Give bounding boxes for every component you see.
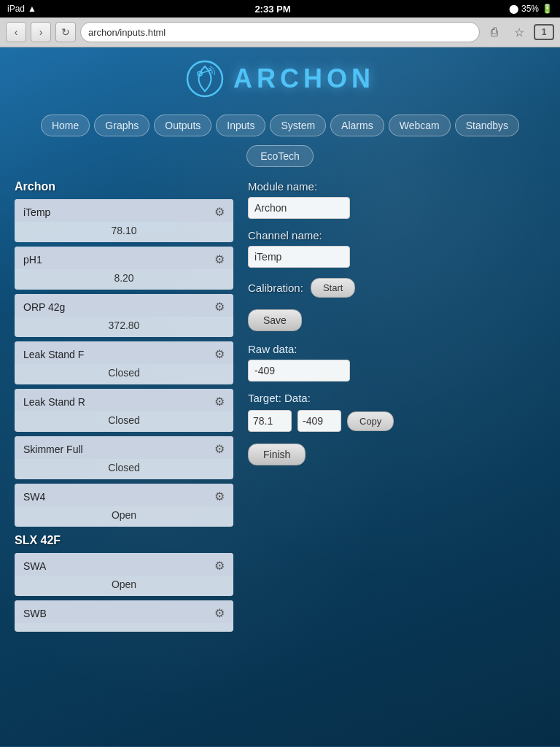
start-button[interactable]: Start [311, 278, 355, 298]
logo-text: ARCHON [233, 63, 375, 94]
battery-icon: 🔋 [542, 4, 553, 14]
input-name-leakr: Leak Stand R [23, 396, 85, 408]
input-value-skimmer: Closed [15, 459, 233, 479]
input-name-itemp: iTemp [23, 206, 50, 218]
calibration-label: Calibration: [248, 282, 303, 294]
input-value-leakf: Closed [15, 364, 233, 384]
gear-icon-itemp[interactable]: ⚙ [214, 205, 225, 219]
nav-bar: Home Graphs Outputs Inputs System Alarms… [0, 109, 560, 142]
bookmark-button[interactable]: ☆ [509, 22, 529, 42]
input-name-leakf: Leak Stand F [23, 349, 84, 360]
module-name-label: Module name: [248, 180, 545, 193]
gear-icon-orp[interactable]: ⚙ [214, 300, 225, 314]
input-group-swb: SWB ⚙ [15, 600, 233, 632]
nav-standbys[interactable]: Standbys [455, 115, 519, 136]
data-input[interactable] [298, 410, 341, 432]
raw-data-label: Raw data: [248, 343, 545, 355]
gear-icon-ph1[interactable]: ⚙ [214, 252, 225, 266]
nav-inputs[interactable]: Inputs [216, 115, 265, 136]
wifi-icon: ▲ [28, 4, 36, 14]
input-name-orp: ORP 42g [23, 301, 65, 313]
sub-nav-bar: EcoTech [0, 142, 560, 173]
calibration-row: Calibration: Start [248, 278, 545, 298]
right-panel: Module name: Channel name: Calibration: … [248, 180, 545, 636]
input-value-itemp: 78.10 [15, 222, 233, 242]
target-data-label: Target: Data: [248, 392, 545, 404]
gear-icon-swb[interactable]: ⚙ [214, 606, 225, 620]
input-group-ph1: pH1 ⚙ 8.20 [15, 247, 233, 290]
input-name-sw4: SW4 [23, 491, 45, 503]
left-panel: Archon iTemp ⚙ 78.10 pH1 ⚙ 8.20 [15, 180, 233, 636]
gear-icon-leakr[interactable]: ⚙ [214, 395, 225, 409]
target-data-row: Copy [248, 410, 545, 432]
status-bar: iPad ▲ 2:33 PM ⬤ 35% 🔋 [0, 0, 560, 18]
nav-graphs[interactable]: Graphs [94, 115, 149, 136]
module-name-input[interactable] [248, 197, 350, 219]
input-group-sw4: SW4 ⚙ Open [15, 484, 233, 527]
input-value-orp: 372.80 [15, 317, 233, 337]
url-bar[interactable]: archon/inputs.html [80, 22, 480, 42]
page-background: ARCHON Home Graphs Outputs Inputs System… [0, 47, 560, 746]
raw-data-input[interactable] [248, 360, 350, 382]
forward-button[interactable]: › [31, 22, 51, 42]
input-value-leakr: Closed [15, 411, 233, 432]
time-display: 2:33 PM [254, 4, 290, 15]
input-name-swa: SWA [23, 560, 46, 572]
input-value-swa: Open [15, 576, 233, 596]
input-name-ph1: pH1 [23, 254, 42, 266]
section1-title: Archon [15, 180, 233, 193]
copy-button[interactable]: Copy [347, 411, 394, 431]
nav-outputs[interactable]: Outputs [154, 115, 211, 136]
input-value-sw4: Open [15, 506, 233, 527]
gear-icon-sw4[interactable]: ⚙ [214, 489, 225, 503]
reload-button[interactable]: ↻ [55, 22, 76, 42]
browser-chrome: ‹ › ↻ archon/inputs.html ⎙ ☆ 1 [0, 18, 560, 47]
input-group-orp: ORP 42g ⚙ 372.80 [15, 294, 233, 337]
channel-name-input[interactable] [248, 246, 350, 268]
gear-icon-skimmer[interactable]: ⚙ [214, 442, 225, 456]
nav-home[interactable]: Home [41, 115, 90, 136]
back-button[interactable]: ‹ [6, 22, 26, 42]
bluetooth-icon: ⬤ [509, 4, 518, 14]
gear-icon-swa[interactable]: ⚙ [214, 559, 225, 573]
input-group-itemp: iTemp ⚙ 78.10 [15, 199, 233, 242]
nav-alarms[interactable]: Alarms [330, 115, 384, 136]
input-group-swa: SWA ⚙ Open [15, 553, 233, 596]
finish-button[interactable]: Finish [248, 444, 306, 465]
nav-ecotech[interactable]: EcoTech [246, 145, 314, 167]
nav-system[interactable]: System [270, 115, 326, 136]
input-value-ph1: 8.20 [15, 269, 233, 290]
input-group-leakf: Leak Stand F ⚙ Closed [15, 341, 233, 384]
gear-icon-leakf[interactable]: ⚙ [214, 347, 225, 361]
section2-title: SLX 42F [15, 534, 233, 547]
header: ARCHON [0, 47, 560, 109]
battery-level: 35% [521, 4, 539, 14]
save-button[interactable]: Save [248, 309, 302, 331]
input-group-skimmer: Skimmer Full ⚙ Closed [15, 436, 233, 479]
input-name-skimmer: Skimmer Full [23, 444, 83, 455]
input-group-leakr: Leak Stand R ⚙ Closed [15, 389, 233, 432]
target-input[interactable] [248, 410, 292, 432]
content-area: Archon iTemp ⚙ 78.10 pH1 ⚙ 8.20 [0, 173, 560, 643]
nav-webcam[interactable]: Webcam [389, 115, 451, 136]
share-button[interactable]: ⎙ [484, 22, 505, 42]
input-value-swb [15, 623, 233, 632]
input-name-swb: SWB [23, 608, 47, 619]
channel-name-label: Channel name: [248, 229, 545, 241]
logo-icon [185, 59, 225, 98]
carrier-label: iPad [7, 4, 25, 14]
tab-count[interactable]: 1 [534, 24, 554, 40]
